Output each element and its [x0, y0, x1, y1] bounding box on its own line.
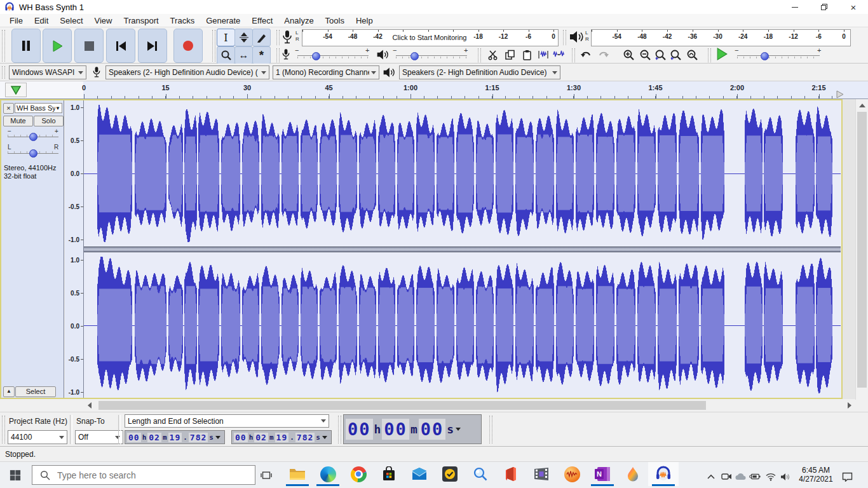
time-unit[interactable]: m — [162, 433, 168, 442]
project-rate-dropdown[interactable]: 44100 — [8, 430, 67, 444]
time-unit[interactable]: h — [248, 433, 254, 442]
search-input[interactable] — [56, 470, 255, 481]
snap-to-dropdown[interactable]: Off — [75, 430, 123, 444]
play-speed-thumb[interactable] — [761, 52, 769, 60]
device-toolbar-grip[interactable] — [2, 66, 5, 79]
start-button[interactable] — [6, 468, 24, 483]
channel-divider[interactable] — [84, 247, 841, 252]
taskbar-app-file-explorer[interactable] — [282, 462, 313, 486]
transport-toolbar-grip[interactable] — [2, 30, 5, 62]
zoom-out-button[interactable] — [637, 48, 653, 62]
restore-button[interactable] — [810, 0, 839, 14]
menu-tools[interactable]: Tools — [320, 15, 350, 27]
playback-meter-grip[interactable] — [563, 30, 566, 45]
undo-button[interactable] — [578, 48, 593, 62]
redo-button[interactable] — [595, 48, 611, 62]
playback-meter-speaker-icon[interactable] — [569, 30, 584, 43]
time-digits[interactable]: 00 — [382, 419, 409, 440]
time-field-caret-icon[interactable] — [322, 436, 327, 439]
recording-device-dropdown[interactable]: Speakers (2- High Definition Audio Devic… — [105, 65, 269, 79]
copy-button[interactable] — [502, 48, 517, 62]
record-button[interactable] — [173, 29, 203, 63]
taskbar-app-mail[interactable] — [404, 462, 435, 486]
envelope-tool-button[interactable] — [234, 29, 253, 46]
menu-tracks[interactable]: Tracks — [165, 15, 201, 27]
track-collapse-button[interactable]: ▲ — [3, 386, 15, 397]
stop-button[interactable] — [74, 29, 104, 63]
track-close-button[interactable]: × — [3, 103, 14, 114]
time-unit[interactable]: . — [182, 433, 188, 442]
menu-analyze[interactable]: Analyze — [278, 15, 319, 27]
play-at-speed-grip[interactable] — [708, 48, 711, 62]
tray-battery[interactable] — [749, 471, 761, 482]
mixer-toolbar-grip[interactable] — [276, 48, 280, 62]
menu-file[interactable]: File — [4, 15, 29, 27]
taskbar-app-search-lens[interactable] — [465, 462, 496, 486]
track-name-dropdown[interactable]: WH Bass Sy ▼ — [15, 103, 62, 113]
undo-group-grip[interactable] — [572, 48, 575, 62]
tray-onedrive[interactable] — [735, 471, 747, 482]
time-unit[interactable]: s — [446, 423, 454, 436]
time-toolbar-grip[interactable] — [338, 416, 341, 444]
taskbar-search[interactable] — [32, 465, 255, 485]
time-digits[interactable]: 782 — [295, 433, 315, 442]
zoom-fit-button[interactable] — [668, 48, 683, 62]
taskbar-app-video-editor[interactable] — [526, 462, 557, 486]
time-digits[interactable]: 00 — [346, 419, 373, 440]
taskbar-app-edge[interactable] — [313, 462, 343, 486]
horizontal-scrollbar[interactable] — [0, 400, 868, 412]
zoom-tool-button[interactable] — [217, 46, 235, 64]
paste-button[interactable] — [519, 48, 534, 62]
playback-volume-slider[interactable] — [396, 55, 467, 56]
playback-device-dropdown[interactable]: Speakers (2- High Definition Audio Devic… — [399, 65, 560, 79]
vertical-scroll-thumb[interactable] — [857, 112, 867, 388]
horizontal-scroll-thumb[interactable] — [98, 401, 706, 410]
zoom-toggle-button[interactable] — [684, 48, 700, 62]
selection-mode-dropdown[interactable]: Length and End of Selection — [125, 414, 329, 428]
time-unit[interactable]: h — [142, 433, 147, 442]
play-speed-slider[interactable] — [737, 55, 820, 56]
taskbar-app-onenote[interactable]: N — [587, 462, 618, 486]
time-digits[interactable]: 19 — [275, 433, 289, 442]
tray-volume[interactable] — [780, 471, 791, 482]
tools-toolbar-grip[interactable] — [212, 30, 215, 62]
tray-action-center[interactable] — [841, 471, 853, 482]
scroll-right-arrow[interactable] — [848, 402, 851, 409]
timeline-ruler[interactable]: 01530451:001:151:301:452:002:15 — [0, 81, 868, 99]
task-view-button[interactable] — [258, 467, 275, 484]
tray-show-hidden-icons[interactable] — [705, 471, 717, 482]
time-digits[interactable]: 00 — [234, 433, 248, 442]
time-unit[interactable]: s — [315, 433, 321, 442]
time-digits[interactable]: 02 — [147, 433, 161, 442]
playback-meter[interactable]: -54-48-42-36-30-24-18-12-60 — [591, 29, 851, 46]
audio-position-field[interactable]: 00h00m00s — [343, 414, 482, 444]
menu-view[interactable]: View — [89, 15, 118, 27]
draw-tool-button[interactable] — [252, 29, 271, 46]
selection-tool-button[interactable]: I — [217, 29, 235, 46]
time-digits[interactable]: 02 — [254, 433, 268, 442]
pan-thumb[interactable] — [29, 149, 37, 158]
close-button[interactable]: × — [839, 0, 868, 14]
audio-host-dropdown[interactable]: Windows WASAPI — [9, 65, 86, 79]
track-select-button[interactable]: Select — [15, 386, 56, 397]
recording-meter-grip[interactable] — [276, 30, 280, 45]
time-digits[interactable]: 00 — [419, 419, 446, 440]
trim-audio-button[interactable] — [536, 48, 551, 62]
recording-volume-thumb[interactable] — [312, 52, 320, 60]
scroll-up-arrow[interactable] — [859, 104, 865, 107]
taskbar-app-store[interactable] — [374, 462, 404, 486]
play-at-speed-button[interactable] — [714, 47, 729, 61]
taskbar-app-audacity[interactable] — [648, 462, 679, 486]
taskbar-app-office[interactable] — [496, 462, 526, 486]
time-field-caret-icon[interactable] — [215, 436, 220, 439]
menu-edit[interactable]: Edit — [29, 15, 54, 27]
recording-channels-dropdown[interactable]: 1 (Mono) Recording Channel — [273, 65, 379, 79]
time-digits[interactable]: 782 — [189, 433, 208, 442]
tray-clock[interactable]: 6:45 AM 4/27/2021 — [796, 466, 836, 484]
menu-help[interactable]: Help — [350, 15, 379, 27]
time-digits[interactable]: 19 — [168, 433, 182, 442]
recording-meter[interactable]: Click to Start Monitoring -54-48-42-18-1… — [302, 29, 559, 46]
menu-generate[interactable]: Generate — [200, 15, 246, 27]
multi-tool-button[interactable]: * — [252, 46, 271, 64]
vertical-scale-ruler[interactable]: 1.00.50.0-0.5-1.01.00.50.0-0.5-1.0 — [65, 100, 84, 398]
